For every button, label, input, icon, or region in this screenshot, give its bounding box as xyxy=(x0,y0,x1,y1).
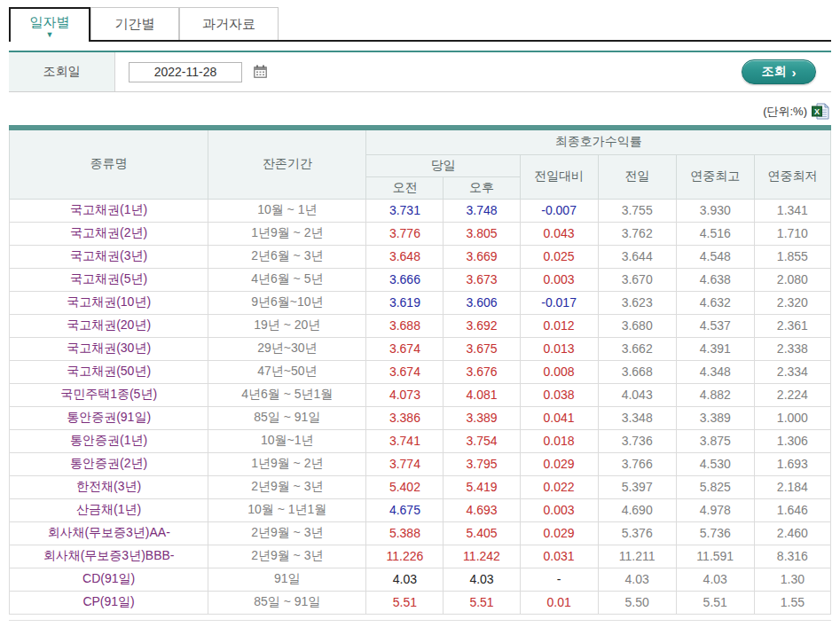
yield-pm-cell: 4.03 xyxy=(444,568,520,591)
search-bar: 조회일 조회 › xyxy=(9,51,831,92)
year-high-cell: 4.548 xyxy=(676,245,754,268)
calendar-icon[interactable] xyxy=(253,65,269,80)
year-low-cell: 1.55 xyxy=(754,591,830,614)
excel-export-icon[interactable]: X xyxy=(812,103,829,120)
tab-history[interactable]: 과거자료 xyxy=(179,7,279,40)
table-row: 회사채(무보증3년)AA- 2년9월 ~ 3년 5.388 5.405 0.02… xyxy=(10,521,831,545)
table-row: 국고채권(5년) 4년6월 ~ 5년 3.666 3.673 0.003 3.6… xyxy=(10,268,831,291)
maturity-cell: 4년6월 ~ 5년1월 xyxy=(208,383,366,406)
year-low-cell: 2.080 xyxy=(754,268,830,291)
maturity-cell: 1년9월 ~ 2년 xyxy=(208,222,366,245)
prev-day-cell: 3.736 xyxy=(598,429,676,452)
year-low-cell: 2.361 xyxy=(754,314,830,337)
tab-daily[interactable]: 일자별 ▼ xyxy=(9,7,90,42)
prev-day-cell: 3.755 xyxy=(598,199,676,222)
tab-daily-label: 일자별 xyxy=(30,14,70,31)
year-high-cell: 4.638 xyxy=(676,268,754,291)
year-low-cell: 1.710 xyxy=(754,222,830,245)
yield-pm-cell: 4.693 xyxy=(444,498,520,521)
yield-pm-cell: 3.606 xyxy=(444,291,520,314)
change-cell: 0.003 xyxy=(520,498,598,521)
unit-label: (단위:%) xyxy=(763,104,807,120)
prev-day-cell: 3.623 xyxy=(598,291,676,314)
header-final-yield-group: 최종호가수익률 xyxy=(366,130,831,154)
maturity-cell: 47년~50년 xyxy=(208,360,366,383)
header-prev-day: 전일 xyxy=(598,154,676,199)
yield-am-cell: 3.666 xyxy=(366,268,444,291)
prev-day-cell: 3.348 xyxy=(598,406,676,429)
maturity-cell: 2년9월 ~ 3년 xyxy=(208,521,366,545)
yield-pm-cell: 3.389 xyxy=(444,406,520,429)
tab-history-label: 과거자료 xyxy=(202,16,255,33)
maturity-cell: 19년 ~ 20년 xyxy=(208,314,366,337)
header-change: 전일대비 xyxy=(520,154,598,199)
change-cell: 0.012 xyxy=(520,314,598,337)
prev-day-cell: 3.670 xyxy=(598,268,676,291)
yield-am-cell: 5.402 xyxy=(366,475,444,498)
year-high-cell: 3.875 xyxy=(676,429,754,452)
table-row: 통안증권(91일) 85일 ~ 91일 3.386 3.389 0.041 3.… xyxy=(10,406,831,429)
table-row: 국고채권(3년) 2년6월 ~ 3년 3.648 3.669 0.025 3.6… xyxy=(10,245,831,268)
change-cell: -0.017 xyxy=(520,291,598,314)
year-high-cell: 4.03 xyxy=(676,568,754,591)
bond-name-cell: 국고채권(3년) xyxy=(10,245,208,268)
yield-am-cell: 3.731 xyxy=(366,199,444,222)
yield-pm-cell: 5.405 xyxy=(444,521,520,545)
change-cell: 0.013 xyxy=(520,337,598,360)
table-row: 한전채(3년) 2년9월 ~ 3년 5.402 5.419 0.022 5.39… xyxy=(10,475,831,498)
change-cell: - xyxy=(520,568,598,591)
change-cell: 0.01 xyxy=(520,591,598,614)
prev-day-cell: 3.644 xyxy=(598,245,676,268)
header-year-low: 연중최저 xyxy=(754,154,830,199)
year-low-cell: 1.30 xyxy=(754,568,830,591)
search-button[interactable]: 조회 › xyxy=(742,59,816,84)
year-low-cell: 2.224 xyxy=(754,383,830,406)
prev-day-cell: 3.762 xyxy=(598,222,676,245)
prev-day-cell: 3.680 xyxy=(598,314,676,337)
yield-am-cell: 3.774 xyxy=(366,452,444,475)
header-year-high: 연중최고 xyxy=(676,154,754,199)
yield-am-cell: 3.776 xyxy=(366,222,444,245)
year-high-cell: 4.391 xyxy=(676,337,754,360)
maturity-cell: 10월~1년 xyxy=(208,429,366,452)
bond-name-cell: 회사채(무보증3년)BBB- xyxy=(10,545,208,568)
active-tab-caret-icon: ▼ xyxy=(46,31,54,39)
change-cell: 0.025 xyxy=(520,245,598,268)
yield-am-cell: 4.03 xyxy=(366,568,444,591)
yield-am-cell: 11.226 xyxy=(366,545,444,568)
search-field-area xyxy=(115,52,742,91)
change-cell: 0.003 xyxy=(520,268,598,291)
table-row: CD(91일) 91일 4.03 4.03 - 4.03 4.03 1.30 xyxy=(10,568,831,591)
yield-am-cell: 5.388 xyxy=(366,521,444,545)
yield-pm-cell: 5.51 xyxy=(444,591,520,614)
maturity-cell: 91일 xyxy=(208,568,366,591)
bond-name-cell: 산금채(1년) xyxy=(10,498,208,521)
prev-day-cell: 4.043 xyxy=(598,383,676,406)
change-cell: 0.022 xyxy=(520,475,598,498)
maturity-cell: 85일 ~ 91일 xyxy=(208,406,366,429)
table-row: 국고채권(10년) 9년6월~10년 3.619 3.606 -0.017 3.… xyxy=(10,291,831,314)
year-high-cell: 4.516 xyxy=(676,222,754,245)
yield-pm-cell: 3.805 xyxy=(444,222,520,245)
yield-am-cell: 3.648 xyxy=(366,245,444,268)
bond-name-cell: 국고채권(50년) xyxy=(10,360,208,383)
bond-name-cell: 통안증권(1년) xyxy=(10,429,208,452)
year-low-cell: 1.855 xyxy=(754,245,830,268)
tab-period[interactable]: 기간별 xyxy=(90,7,179,40)
maturity-cell: 10월 ~ 1년1월 xyxy=(208,498,366,521)
year-high-cell: 3.930 xyxy=(676,199,754,222)
year-low-cell: 2.338 xyxy=(754,337,830,360)
year-high-cell: 4.978 xyxy=(676,498,754,521)
table-body: 국고채권(1년) 10월 ~ 1년 3.731 3.748 -0.007 3.7… xyxy=(10,199,831,614)
change-cell: 0.038 xyxy=(520,383,598,406)
year-high-cell: 5.736 xyxy=(676,521,754,545)
maturity-cell: 2년9월 ~ 3년 xyxy=(208,475,366,498)
bottom-divider xyxy=(9,620,831,621)
header-maturity: 잔존기간 xyxy=(208,130,366,199)
yield-pm-cell: 4.081 xyxy=(444,383,520,406)
date-input[interactable] xyxy=(129,62,242,82)
year-low-cell: 1.646 xyxy=(754,498,830,521)
table-row: 국고채권(50년) 47년~50년 3.674 3.676 0.008 3.66… xyxy=(10,360,831,383)
bond-name-cell: 한전채(3년) xyxy=(10,475,208,498)
maturity-cell: 2년9월 ~ 3년 xyxy=(208,545,366,568)
